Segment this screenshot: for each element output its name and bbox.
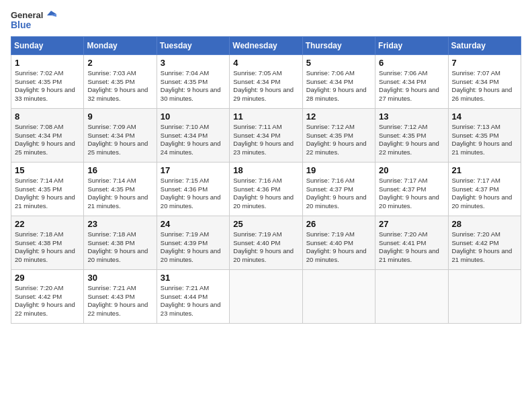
weekday-header-wednesday: Wednesday bbox=[230, 36, 302, 54]
weekday-header-tuesday: Tuesday bbox=[157, 36, 229, 54]
calendar-cell: 12 Sunrise: 7:12 AMSunset: 4:35 PMDaylig… bbox=[302, 108, 375, 162]
day-number: 1 bbox=[15, 58, 80, 68]
page-header: General Blue bbox=[11, 11, 521, 31]
calendar-cell: 16 Sunrise: 7:14 AMSunset: 4:35 PMDaylig… bbox=[84, 162, 157, 216]
calendar-cell bbox=[302, 269, 375, 323]
day-number: 22 bbox=[15, 219, 80, 229]
week-row-4: 22 Sunrise: 7:18 AMSunset: 4:38 PMDaylig… bbox=[11, 216, 521, 269]
logo-container: General Blue bbox=[11, 11, 56, 31]
calendar-cell: 1 Sunrise: 7:02 AMSunset: 4:35 PMDayligh… bbox=[11, 54, 84, 108]
day-number: 25 bbox=[233, 219, 298, 229]
logo-bird-icon bbox=[44, 11, 56, 20]
calendar-table: SundayMondayTuesdayWednesdayThursdayFrid… bbox=[11, 36, 521, 324]
day-info: Sunrise: 7:21 AMSunset: 4:44 PMDaylight:… bbox=[161, 284, 221, 317]
day-info: Sunrise: 7:12 AMSunset: 4:35 PMDaylight:… bbox=[379, 123, 439, 156]
day-info: Sunrise: 7:03 AMSunset: 4:35 PMDaylight:… bbox=[87, 69, 148, 102]
calendar-cell: 13 Sunrise: 7:12 AMSunset: 4:35 PMDaylig… bbox=[375, 108, 448, 162]
day-number: 11 bbox=[233, 111, 298, 122]
calendar-cell: 10 Sunrise: 7:10 AMSunset: 4:34 PMDaylig… bbox=[157, 108, 229, 162]
day-info: Sunrise: 7:04 AMSunset: 4:35 PMDaylight:… bbox=[161, 69, 221, 102]
calendar-cell: 2 Sunrise: 7:03 AMSunset: 4:35 PMDayligh… bbox=[84, 54, 157, 108]
calendar-cell: 26 Sunrise: 7:19 AMSunset: 4:40 PMDaylig… bbox=[302, 216, 375, 269]
day-number: 6 bbox=[379, 58, 444, 68]
day-number: 9 bbox=[87, 111, 152, 122]
week-row-2: 8 Sunrise: 7:08 AMSunset: 4:34 PMDayligh… bbox=[11, 108, 521, 162]
logo-general: General bbox=[11, 11, 43, 20]
day-info: Sunrise: 7:17 AMSunset: 4:37 PMDaylight:… bbox=[379, 177, 439, 210]
day-number: 23 bbox=[87, 219, 152, 229]
day-number: 17 bbox=[161, 165, 226, 175]
calendar-cell: 7 Sunrise: 7:07 AMSunset: 4:34 PMDayligh… bbox=[448, 54, 521, 108]
calendar-cell bbox=[375, 269, 448, 323]
calendar-cell: 24 Sunrise: 7:19 AMSunset: 4:39 PMDaylig… bbox=[157, 216, 229, 269]
calendar-cell: 20 Sunrise: 7:17 AMSunset: 4:37 PMDaylig… bbox=[375, 162, 448, 216]
day-number: 14 bbox=[452, 111, 517, 122]
calendar-cell: 9 Sunrise: 7:09 AMSunset: 4:34 PMDayligh… bbox=[84, 108, 157, 162]
calendar-cell: 14 Sunrise: 7:13 AMSunset: 4:35 PMDaylig… bbox=[448, 108, 521, 162]
weekday-header-thursday: Thursday bbox=[302, 36, 375, 54]
day-info: Sunrise: 7:05 AMSunset: 4:34 PMDaylight:… bbox=[233, 69, 294, 102]
calendar-cell bbox=[230, 269, 302, 323]
calendar-cell: 31 Sunrise: 7:21 AMSunset: 4:44 PMDaylig… bbox=[157, 269, 229, 323]
day-number: 24 bbox=[161, 219, 226, 229]
day-info: Sunrise: 7:19 AMSunset: 4:40 PMDaylight:… bbox=[233, 230, 294, 263]
day-number: 21 bbox=[452, 165, 517, 175]
day-info: Sunrise: 7:14 AMSunset: 4:35 PMDaylight:… bbox=[15, 177, 75, 210]
day-number: 18 bbox=[233, 165, 298, 175]
day-info: Sunrise: 7:08 AMSunset: 4:34 PMDaylight:… bbox=[15, 123, 75, 156]
day-number: 8 bbox=[15, 111, 80, 122]
day-info: Sunrise: 7:13 AMSunset: 4:35 PMDaylight:… bbox=[452, 123, 513, 156]
day-number: 5 bbox=[306, 58, 371, 68]
day-number: 4 bbox=[233, 58, 298, 68]
day-info: Sunrise: 7:18 AMSunset: 4:38 PMDaylight:… bbox=[87, 230, 148, 263]
weekday-header-sunday: Sunday bbox=[11, 36, 84, 54]
week-row-1: 1 Sunrise: 7:02 AMSunset: 4:35 PMDayligh… bbox=[11, 54, 521, 108]
calendar-cell: 25 Sunrise: 7:19 AMSunset: 4:40 PMDaylig… bbox=[230, 216, 302, 269]
day-number: 27 bbox=[379, 219, 444, 229]
day-info: Sunrise: 7:16 AMSunset: 4:37 PMDaylight:… bbox=[306, 177, 367, 210]
day-number: 7 bbox=[452, 58, 517, 68]
logo-blue: Blue bbox=[11, 20, 31, 30]
calendar-cell: 15 Sunrise: 7:14 AMSunset: 4:35 PMDaylig… bbox=[11, 162, 84, 216]
day-number: 15 bbox=[15, 165, 80, 175]
day-info: Sunrise: 7:20 AMSunset: 4:42 PMDaylight:… bbox=[15, 284, 75, 317]
day-info: Sunrise: 7:12 AMSunset: 4:35 PMDaylight:… bbox=[306, 123, 367, 156]
calendar-cell: 21 Sunrise: 7:17 AMSunset: 4:37 PMDaylig… bbox=[448, 162, 521, 216]
calendar-cell bbox=[448, 269, 521, 323]
calendar-cell: 28 Sunrise: 7:20 AMSunset: 4:42 PMDaylig… bbox=[448, 216, 521, 269]
day-number: 2 bbox=[87, 58, 152, 68]
day-number: 20 bbox=[379, 165, 444, 175]
day-number: 30 bbox=[87, 273, 152, 283]
day-number: 12 bbox=[306, 111, 371, 122]
calendar-cell: 11 Sunrise: 7:11 AMSunset: 4:34 PMDaylig… bbox=[230, 108, 302, 162]
calendar-cell: 5 Sunrise: 7:06 AMSunset: 4:34 PMDayligh… bbox=[302, 54, 375, 108]
weekday-header-monday: Monday bbox=[84, 36, 157, 54]
day-number: 31 bbox=[161, 273, 226, 283]
day-number: 28 bbox=[452, 219, 517, 229]
calendar-cell: 8 Sunrise: 7:08 AMSunset: 4:34 PMDayligh… bbox=[11, 108, 84, 162]
day-info: Sunrise: 7:11 AMSunset: 4:34 PMDaylight:… bbox=[233, 123, 294, 156]
calendar-cell: 23 Sunrise: 7:18 AMSunset: 4:38 PMDaylig… bbox=[84, 216, 157, 269]
day-info: Sunrise: 7:15 AMSunset: 4:36 PMDaylight:… bbox=[161, 177, 221, 210]
logo: General Blue bbox=[11, 11, 56, 31]
day-number: 26 bbox=[306, 219, 371, 229]
day-info: Sunrise: 7:20 AMSunset: 4:42 PMDaylight:… bbox=[452, 230, 513, 263]
day-number: 10 bbox=[161, 111, 226, 122]
calendar-cell: 18 Sunrise: 7:16 AMSunset: 4:36 PMDaylig… bbox=[230, 162, 302, 216]
day-info: Sunrise: 7:02 AMSunset: 4:35 PMDaylight:… bbox=[15, 69, 75, 102]
day-info: Sunrise: 7:19 AMSunset: 4:39 PMDaylight:… bbox=[161, 230, 221, 263]
day-number: 29 bbox=[15, 273, 80, 283]
day-info: Sunrise: 7:14 AMSunset: 4:35 PMDaylight:… bbox=[87, 177, 148, 210]
calendar-cell: 4 Sunrise: 7:05 AMSunset: 4:34 PMDayligh… bbox=[230, 54, 302, 108]
day-info: Sunrise: 7:17 AMSunset: 4:37 PMDaylight:… bbox=[452, 177, 513, 210]
day-info: Sunrise: 7:19 AMSunset: 4:40 PMDaylight:… bbox=[306, 230, 367, 263]
day-info: Sunrise: 7:07 AMSunset: 4:34 PMDaylight:… bbox=[452, 69, 513, 102]
calendar-cell: 29 Sunrise: 7:20 AMSunset: 4:42 PMDaylig… bbox=[11, 269, 84, 323]
day-info: Sunrise: 7:09 AMSunset: 4:34 PMDaylight:… bbox=[87, 123, 148, 156]
day-info: Sunrise: 7:06 AMSunset: 4:34 PMDaylight:… bbox=[379, 69, 439, 102]
weekday-header-saturday: Saturday bbox=[448, 36, 521, 54]
day-info: Sunrise: 7:21 AMSunset: 4:43 PMDaylight:… bbox=[87, 284, 148, 317]
week-row-3: 15 Sunrise: 7:14 AMSunset: 4:35 PMDaylig… bbox=[11, 162, 521, 216]
calendar-cell: 27 Sunrise: 7:20 AMSunset: 4:41 PMDaylig… bbox=[375, 216, 448, 269]
day-info: Sunrise: 7:20 AMSunset: 4:41 PMDaylight:… bbox=[379, 230, 439, 263]
